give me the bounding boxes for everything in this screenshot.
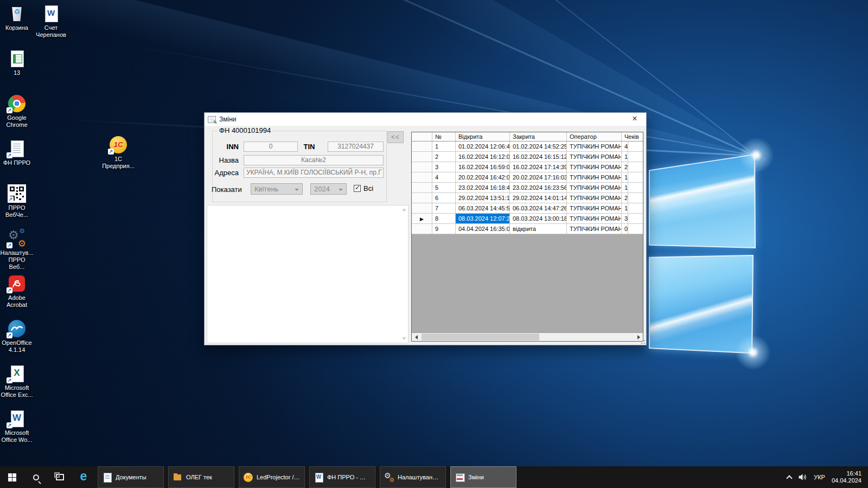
cell-operator[interactable]: ТУПІЧКИН РОМАН ...: [567, 152, 622, 162]
clock[interactable]: 16:41 04.04.2024: [832, 470, 861, 484]
cell-operator[interactable]: ТУПІЧКИН РОМАН ...: [567, 162, 622, 172]
checkbox-checked-icon[interactable]: [354, 185, 361, 192]
cell-opened[interactable]: 16.02.2024 16:59:08: [456, 162, 510, 172]
desktop-icon-1c-predpriyatie[interactable]: ↗ 1С Предприя...: [100, 136, 137, 170]
details-panel[interactable]: [207, 205, 409, 343]
row-selector-cell[interactable]: [412, 183, 432, 192]
cell-checks[interactable]: 1: [622, 172, 628, 182]
taskbar-button-fn-prro-word[interactable]: ФН ПРРО - Micros...: [309, 466, 375, 488]
col-header-closed[interactable]: Закрита: [510, 132, 567, 141]
col-header-operator[interactable]: Оператор: [567, 132, 622, 141]
cell-opened[interactable]: 01.02.2024 12:06:41: [456, 142, 510, 151]
horizontal-scrollbar[interactable]: [412, 332, 643, 341]
address-field[interactable]: УКРАЇНА, М.КИЇВ ГОЛОСІЇВСЬКИЙ Р-Н, пр.Г: [244, 168, 384, 178]
cell-number[interactable]: 9: [432, 224, 456, 234]
cell-number[interactable]: 1: [432, 142, 456, 151]
scrollbar-thumb[interactable]: [422, 333, 539, 341]
month-select[interactable]: Квітень: [251, 183, 303, 195]
desktop-icon-ms-office-word[interactable]: ↗Microsoft Office Wo...: [0, 407, 34, 452]
cell-number[interactable]: 3: [432, 162, 456, 172]
cell-opened[interactable]: 08.03.2024 12:07:24: [456, 214, 510, 223]
cell-number[interactable]: 7: [432, 203, 456, 213]
desktop-icon-recycle-bin[interactable]: Корзина: [0, 2, 34, 47]
cell-opened[interactable]: 16.02.2024 16:12:06: [456, 152, 510, 162]
scroll-left-icon[interactable]: [412, 333, 420, 341]
scroll-up-icon[interactable]: [402, 208, 406, 211]
desktop-icon-nalashtuv-prro-web[interactable]: ⚙⚙⚙↗Налаштув... ПРРО Веб...: [0, 227, 34, 272]
row-selector-cell[interactable]: ▶: [412, 214, 432, 223]
cell-operator[interactable]: ТУПІЧКИН РОМАН ...: [567, 203, 622, 213]
row-selector-cell[interactable]: [412, 193, 432, 203]
internet-explorer-button[interactable]: e: [72, 466, 95, 488]
cell-number[interactable]: 4: [432, 172, 456, 182]
cell-checks[interactable]: 1: [622, 203, 628, 213]
inn-field[interactable]: 0: [244, 142, 298, 152]
task-view-button[interactable]: [48, 466, 72, 488]
cell-operator[interactable]: ТУПІЧКИН РОМАН ...: [567, 142, 622, 151]
cell-closed[interactable]: 08.03.2024 13:00:18: [510, 214, 567, 223]
language-indicator[interactable]: УКР: [814, 474, 825, 480]
tin-field[interactable]: 3127024437: [328, 142, 384, 152]
cell-checks[interactable]: 4: [622, 142, 628, 151]
cell-checks[interactable]: 1: [622, 183, 628, 192]
collapse-button[interactable]: <<: [387, 131, 404, 143]
desktop-icon-openoffice[interactable]: ↗OpenOffice 4.1.14: [0, 317, 34, 362]
cell-closed[interactable]: відкрита: [510, 224, 567, 234]
col-header-opened[interactable]: Відкрита: [456, 132, 510, 141]
cell-number[interactable]: 6: [432, 193, 456, 203]
cell-operator[interactable]: ТУПІЧКИН РОМАН ...: [567, 183, 622, 192]
cell-operator[interactable]: ТУПІЧКИН РОМАН ...: [567, 193, 622, 203]
cell-closed[interactable]: 23.02.2024 16:23:56: [510, 183, 567, 192]
cell-closed[interactable]: 06.03.2024 14:47:26: [510, 203, 567, 213]
desktop-icon-fn-prro[interactable]: ↗ФН ПРРО: [0, 137, 34, 182]
desktop-icon-adobe-acrobat[interactable]: ↗Adobe Acrobat: [0, 272, 34, 317]
cell-operator[interactable]: ТУПІЧКИН РОМАН ...: [567, 172, 622, 182]
cell-operator[interactable]: ТУПІЧКИН РОМАН ...: [567, 214, 622, 223]
search-button[interactable]: [24, 466, 48, 488]
cell-checks[interactable]: 1: [622, 152, 628, 162]
desktop-icon-ms-office-excel[interactable]: ↗Microsoft Office Exc...: [0, 362, 34, 407]
row-selector-cell[interactable]: [412, 162, 432, 172]
cell-checks[interactable]: 2: [622, 162, 628, 172]
cell-checks[interactable]: 0: [622, 224, 628, 234]
cell-number[interactable]: 5: [432, 183, 456, 192]
cell-checks[interactable]: 2: [622, 193, 628, 203]
taskbar-button-oleg-tek[interactable]: ОЛЕГ тек: [168, 466, 234, 488]
scrollbar-track[interactable]: [420, 333, 634, 341]
start-button[interactable]: [0, 466, 24, 488]
volume-icon[interactable]: [798, 473, 807, 481]
cell-closed[interactable]: 20.02.2024 17:16:03: [510, 172, 567, 182]
cell-opened[interactable]: 23.02.2024 16:18:45: [456, 183, 510, 192]
cell-operator[interactable]: ТУПІЧКИН РОМАН ...: [567, 224, 622, 234]
desktop-icon-excel-file-13[interactable]: 13: [0, 47, 34, 92]
dialog-titlebar[interactable]: Зміни ×: [205, 113, 646, 126]
cell-number[interactable]: 2: [432, 152, 456, 162]
row-selector-cell[interactable]: [412, 203, 432, 213]
desktop-icon-google-chrome[interactable]: ↗Google Chrome: [0, 92, 34, 137]
hidden-icons-chevron-icon[interactable]: [787, 475, 793, 481]
desktop-icon-prro-webche[interactable]: ↗ПРРО ВебЧе...: [0, 182, 34, 227]
row-selector-cell[interactable]: [412, 142, 432, 151]
cell-opened[interactable]: 04.04.2024 16:35:08: [456, 224, 510, 234]
taskbar-button-zminy[interactable]: Зміни: [450, 466, 516, 488]
cell-closed[interactable]: 01.02.2024 14:52:25: [510, 142, 567, 151]
taskbar-button-ledprojector[interactable]: LedProjector / Busi...: [239, 466, 305, 488]
col-header-number[interactable]: №: [432, 132, 456, 141]
row-selector-cell[interactable]: [412, 172, 432, 182]
cell-closed[interactable]: 29.02.2024 14:01:14: [510, 193, 567, 203]
taskbar-button-dokumenty[interactable]: Документы: [98, 466, 164, 488]
cell-checks[interactable]: 3: [622, 214, 628, 223]
cell-closed[interactable]: 16.02.2024 17:14:39: [510, 162, 567, 172]
close-icon[interactable]: ×: [627, 113, 643, 126]
desktop-icon-schet-cherepanov[interactable]: Счет Черепанов: [31, 4, 71, 38]
cell-closed[interactable]: 16.02.2024 16:15:12: [510, 152, 567, 162]
cell-opened[interactable]: 20.02.2024 16:42:04: [456, 172, 510, 182]
year-select[interactable]: 2024: [310, 183, 347, 195]
resize-grip[interactable]: [640, 338, 646, 344]
row-selector-cell[interactable]: [412, 224, 432, 234]
scroll-down-icon[interactable]: [402, 337, 406, 340]
name-field[interactable]: Каса№2: [244, 155, 384, 165]
col-header-checks[interactable]: Чеків: [622, 132, 643, 141]
taskbar-button-nalashtuvannya[interactable]: ⚙⚙Налаштування ПР...: [380, 466, 446, 488]
cell-opened[interactable]: 06.03.2024 14:45:52: [456, 203, 510, 213]
